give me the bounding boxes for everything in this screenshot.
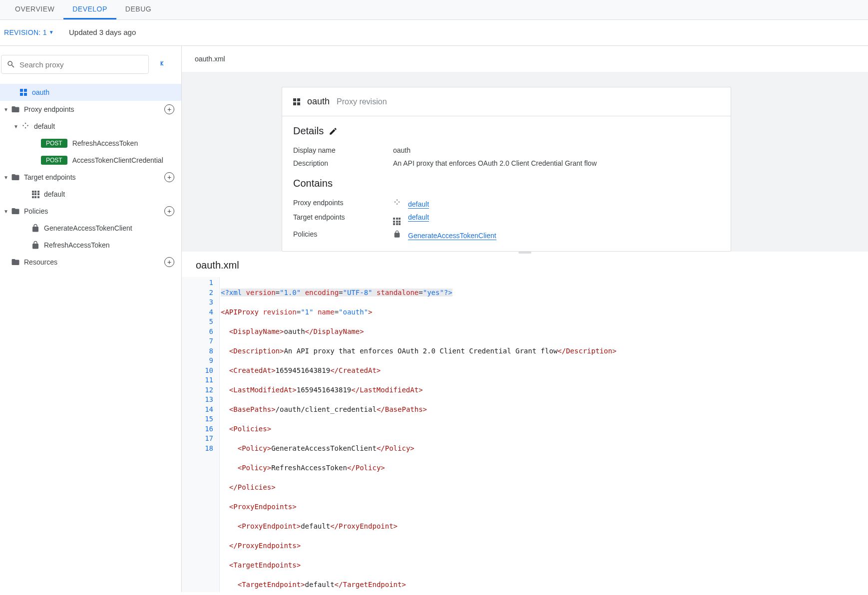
flow-icon xyxy=(393,199,403,207)
add-resource-button[interactable]: + xyxy=(164,257,174,267)
code-body[interactable]: <?xml version="1.0" encoding="UTF-8" sta… xyxy=(220,277,616,592)
tab-develop[interactable]: DEVELOP xyxy=(63,0,116,19)
folder-icon xyxy=(11,258,20,267)
tab-overview[interactable]: OVERVIEW xyxy=(6,0,63,19)
details-card: oauth Proxy revision Details Display nam… xyxy=(282,87,731,252)
revision-label: REVISION: 1 xyxy=(4,28,47,36)
search-box[interactable] xyxy=(1,55,149,74)
edit-icon[interactable] xyxy=(329,127,338,136)
row-proxy-endpoints: Proxy endpoints default xyxy=(293,196,720,211)
revision-bar: REVISION: 1 ▼ Updated 3 days ago xyxy=(0,20,868,46)
row-description: Description An API proxy that enforces O… xyxy=(293,157,720,170)
row-display-name: Display name oauth xyxy=(293,144,720,157)
revision-dropdown[interactable]: REVISION: 1 ▼ xyxy=(4,28,54,36)
method-badge: POST xyxy=(41,139,67,148)
proxy-icon xyxy=(293,98,300,105)
proxy-icon xyxy=(19,88,28,97)
caret-down-icon: ▼ xyxy=(11,124,21,129)
tree-resources[interactable]: ▼ Resources + xyxy=(0,254,181,271)
editor-filename: oauth.xml xyxy=(182,254,868,277)
tree-policies[interactable]: ▼ Policies + xyxy=(0,203,181,220)
tree-flow-access[interactable]: POST AccessTokenClientCredential xyxy=(0,152,181,169)
code-editor[interactable]: 123456789101112131415161718 <?xml versio… xyxy=(182,277,868,592)
pe-link[interactable]: default xyxy=(408,200,429,209)
overview-area: oauth Proxy revision Details Display nam… xyxy=(182,72,868,252)
card-subtitle: Proxy revision xyxy=(337,97,387,106)
tree-proxy-endpoints[interactable]: ▼ Proxy endpoints + xyxy=(0,101,181,118)
line-gutter: 123456789101112131415161718 xyxy=(182,277,220,592)
grid-icon xyxy=(393,218,403,225)
method-badge: POST xyxy=(41,156,67,165)
folder-icon xyxy=(11,207,20,216)
top-tabs: OVERVIEW DEVELOP DEBUG xyxy=(0,0,868,20)
add-proxy-endpoint-button[interactable]: + xyxy=(164,104,174,114)
lock-icon xyxy=(31,241,40,250)
lock-icon xyxy=(31,224,40,233)
card-header: oauth Proxy revision xyxy=(282,87,731,116)
row-target-endpoints: Target endpoints default xyxy=(293,211,720,228)
caret-down-icon: ▼ xyxy=(1,209,11,214)
row-policies: Policies GenerateAccessTokenClient xyxy=(293,228,720,242)
caret-down-icon: ▼ xyxy=(1,175,11,180)
folder-icon xyxy=(11,105,20,114)
search-icon xyxy=(6,59,15,69)
add-target-endpoint-button[interactable]: + xyxy=(164,172,174,182)
tree-te-default[interactable]: default xyxy=(0,186,181,203)
contains-heading: Contains xyxy=(293,178,720,189)
content: oauth.xml oauth Proxy revision Details D… xyxy=(182,46,868,592)
updated-text: Updated 3 days ago xyxy=(69,28,136,36)
policy-link[interactable]: GenerateAccessTokenClient xyxy=(408,232,496,240)
tree-flow-refresh[interactable]: POST RefreshAccessToken xyxy=(0,135,181,152)
flow-icon xyxy=(21,122,30,131)
caret-down-icon: ▼ xyxy=(1,107,11,112)
grid-icon xyxy=(31,190,40,199)
proxy-name: oauth xyxy=(307,96,330,107)
tree-root-oauth[interactable]: oauth xyxy=(0,84,181,101)
search-input[interactable] xyxy=(19,60,143,69)
tree-pe-default[interactable]: ▼ default xyxy=(0,118,181,135)
tree-policy-refresh[interactable]: RefreshAccessToken xyxy=(0,237,181,254)
tree-target-endpoints[interactable]: ▼ Target endpoints + xyxy=(0,169,181,186)
lock-icon xyxy=(393,230,403,238)
file-header: oauth.xml xyxy=(182,46,868,72)
folder-icon xyxy=(11,173,20,182)
chevron-down-icon: ▼ xyxy=(49,29,54,35)
te-link[interactable]: default xyxy=(408,213,429,222)
add-policy-button[interactable]: + xyxy=(164,206,174,216)
tree-policy-generate[interactable]: GenerateAccessTokenClient xyxy=(0,220,181,237)
collapse-sidebar-icon[interactable] xyxy=(159,59,168,70)
sidebar: oauth ▼ Proxy endpoints + ▼ default POST… xyxy=(0,46,182,592)
tab-debug[interactable]: DEBUG xyxy=(116,0,160,19)
details-heading: Details xyxy=(293,125,720,137)
tree: oauth ▼ Proxy endpoints + ▼ default POST… xyxy=(0,84,181,271)
